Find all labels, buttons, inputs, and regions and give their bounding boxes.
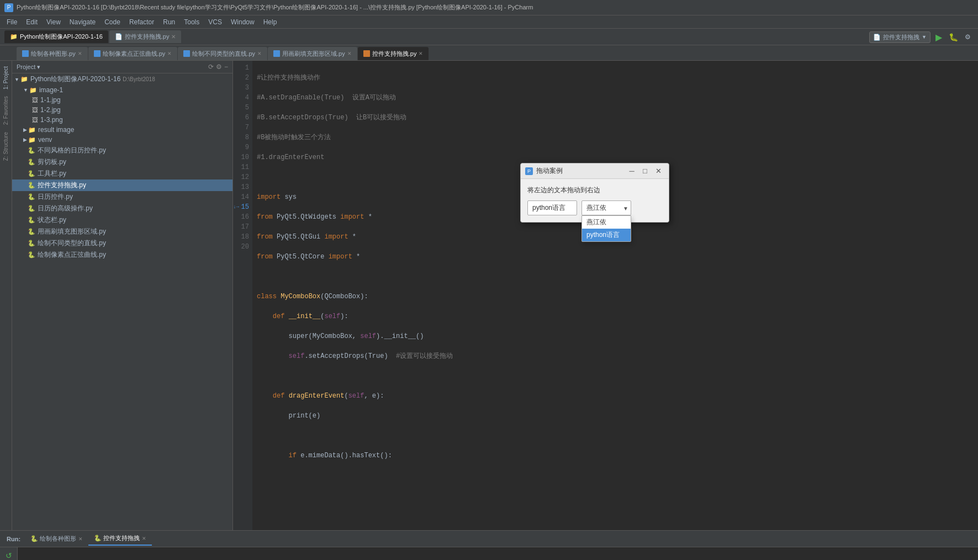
run-selector[interactable]: 📄 控件支持拖拽 ▼ [869, 31, 931, 43]
sync-icon[interactable]: ⟳ [208, 63, 214, 71]
run-toolbar: ↺ ■ ⏸ ⬇ 🖨 🗑 [0, 547, 18, 560]
menu-vcs[interactable]: VCS [204, 17, 226, 27]
close-tab-file[interactable]: ✕ [171, 34, 176, 40]
dialog-maximize[interactable]: □ [639, 166, 651, 177]
close-tab-1[interactable]: ✕ [167, 51, 172, 56]
close-tab-0[interactable]: ✕ [78, 51, 82, 56]
coverage-button[interactable]: ⚙ [961, 31, 974, 43]
code-view[interactable]: 1 2 3 4 5 6 7 8 9 10 11 12 13 14 ↓→15 16… [233, 61, 978, 530]
close-run-tab-1[interactable]: ✕ [142, 536, 146, 541]
menu-edit[interactable]: Edit [22, 17, 42, 27]
menu-bar: File Edit View Navigate Code Refactor Ru… [0, 15, 978, 29]
dropdown-list: 燕江依 python语言 [581, 215, 631, 242]
close-tab-4[interactable]: ✕ [419, 51, 423, 56]
bottom-tabs: Run: 🐍 绘制各种图形 ✕ 🐍 控件支持拖拽 ✕ [0, 531, 978, 547]
dialog-minimize[interactable]: ─ [626, 166, 638, 177]
tree-calendar-advanced[interactable]: 🐍 日历的高级操作.py [12, 203, 232, 214]
bottom-tab-drag[interactable]: 🐍 控件支持拖拽 ✕ [88, 532, 152, 546]
settings-icon[interactable]: ⚙ [216, 63, 222, 71]
menu-refactor[interactable]: Refactor [125, 17, 158, 27]
menu-view[interactable]: View [42, 17, 65, 27]
tree-toolbar[interactable]: 🐍 工具栏.py [12, 168, 232, 179]
bottom-content: ↺ ■ ⏸ ⬇ 🖨 🗑 D:\Install\ANACONDA\python.e… [0, 547, 978, 560]
tree-calendar-styles[interactable]: 🐍 不同风格的日历控件.py [12, 145, 232, 156]
title-bar: P Python绘制图像API-2020-1-16 [D:\Byrbt2018\… [0, 0, 978, 15]
drag-source[interactable]: python语言 [527, 200, 577, 215]
sidebar-favorites[interactable]: 2: Favorites [2, 93, 10, 128]
dialog-close[interactable]: ✕ [652, 166, 664, 177]
dialog-icon: P [525, 167, 533, 175]
window-title: Python绘制图像API-2020-1-16 [D:\Byrbt2018\Re… [17, 3, 533, 12]
tree-brush-fill[interactable]: 🐍 用画刷填充图形区域.py [12, 226, 232, 237]
run-controls: 📄 控件支持拖拽 ▼ ▶ 🐛 ⚙ [869, 29, 974, 45]
rerun-button[interactable]: ↺ [3, 550, 15, 560]
dropdown-item-0[interactable]: 燕江依 [582, 216, 631, 229]
run-output: D:\Install\ANACONDA\python.exe "D:/Byrbt… [18, 547, 978, 560]
menu-help[interactable]: Help [259, 17, 282, 27]
project-tab-main[interactable]: 📁 Python绘制图像API-2020-1-16 [4, 30, 108, 43]
menu-file[interactable]: File [2, 17, 22, 27]
tree-file-1-1[interactable]: 🖼 1-1.jpg [12, 95, 232, 105]
dropdown-arrow-icon: ▼ [623, 205, 628, 211]
tree-image-folder[interactable]: ▼ 📁 image-1 [12, 85, 232, 95]
code-content[interactable]: #让控件支持拖拽动作 #A.setDragEnable(True) 设置A可以拖… [252, 61, 978, 530]
dialog-titlebar[interactable]: P 拖动案例 ─ □ ✕ [521, 163, 669, 179]
dialog-controls: python语言 燕江依 ▼ 燕江依 python语言 [527, 200, 662, 215]
line-numbers: 1 2 3 4 5 6 7 8 9 10 11 12 13 14 ↓→15 16… [233, 61, 252, 530]
project-panel: Project ▾ ⟳ ⚙ − ▼ 📁 Python绘制图像API-2020-1… [12, 61, 233, 530]
drag-dialog: P 拖动案例 ─ □ ✕ 将左边的文本拖动到右边 python语言 燕江依 ▼ [520, 163, 669, 223]
editor-tabs: 绘制各种图形.py ✕ 绘制像素点正弦曲线.py ✕ 绘制不同类型的直线.py … [0, 45, 978, 61]
left-sidebar: 1: Project 2: Favorites Z: Structure [0, 61, 12, 530]
minus-icon[interactable]: − [224, 63, 228, 71]
tree-file-1-2[interactable]: 🖼 1-2.jpg [12, 105, 232, 115]
dialog-body: 将左边的文本拖动到右边 python语言 燕江依 ▼ 燕江依 python语言 [521, 179, 669, 222]
editor-area: 1 2 3 4 5 6 7 8 9 10 11 12 13 14 ↓→15 16… [233, 61, 978, 530]
drop-target-container: 燕江依 ▼ 燕江依 python语言 [581, 200, 631, 215]
sidebar-project[interactable]: 1: Project [2, 63, 10, 93]
main-layout: 1: Project 2: Favorites Z: Structure Pro… [0, 61, 978, 530]
tree-root[interactable]: ▼ 📁 Python绘制图像API-2020-1-16 D:\Byrbt2018 [12, 73, 232, 85]
dropdown-item-1[interactable]: python语言 [582, 229, 631, 241]
sidebar-structure[interactable]: Z: Structure [2, 129, 10, 164]
drop-target-select[interactable]: 燕江依 ▼ [581, 200, 631, 215]
app-icon: P [4, 3, 13, 12]
tree-file-1-3[interactable]: 🖼 1-3.png [12, 115, 232, 125]
tree-draw-sine-2[interactable]: 🐍 绘制像素点正弦曲线.py [12, 249, 232, 261]
dialog-title: 拖动案例 [536, 166, 625, 176]
menu-code[interactable]: Code [100, 17, 125, 27]
tree-clipboard[interactable]: 🐍 剪切板.py [12, 156, 232, 168]
menu-run[interactable]: Run [158, 17, 179, 27]
debug-button[interactable]: 🐛 [947, 31, 959, 43]
close-tab-2[interactable]: ✕ [257, 51, 262, 56]
tree-result-folder[interactable]: ▶ 📁 result image [12, 125, 232, 135]
tab-draw-sine[interactable]: 绘制像素点正弦曲线.py ✕ [88, 47, 178, 60]
tree-draw-lines[interactable]: 🐍 绘制不同类型的直线.py [12, 237, 232, 249]
bottom-panel: Run: 🐍 绘制各种图形 ✕ 🐍 控件支持拖拽 ✕ ↺ ■ ⏸ ⬇ 🖨 🗑 D… [0, 530, 978, 560]
project-tab-file[interactable]: 📄 控件支持拖拽.py ✕ [109, 30, 182, 43]
tab-draw-shapes[interactable]: 绘制各种图形.py ✕ [17, 47, 88, 60]
run-button[interactable]: ▶ [933, 31, 945, 43]
run-label: Run: [2, 536, 25, 542]
tab-draw-lines[interactable]: 绘制不同类型的直线.py ✕ [178, 47, 267, 60]
project-toolbar: 📁 Python绘制图像API-2020-1-16 📄 控件支持拖拽.py ✕ … [0, 29, 978, 45]
tab-drag-support[interactable]: 控件支持拖拽.py ✕ [358, 47, 429, 60]
dialog-instruction: 将左边的文本拖动到右边 [527, 186, 662, 195]
menu-navigate[interactable]: Navigate [65, 17, 100, 27]
tree-calendar[interactable]: 🐍 日历控件.py [12, 191, 232, 203]
close-run-tab-0[interactable]: ✕ [78, 536, 83, 542]
tab-draw-brush[interactable]: 用画刷填充图形区域.py ✕ [268, 47, 357, 60]
menu-window[interactable]: Window [226, 17, 259, 27]
menu-tools[interactable]: Tools [179, 17, 204, 27]
tree-drag-support[interactable]: 🐍 控件支持拖拽.py [12, 179, 232, 191]
tree-venv-folder[interactable]: ▶ 📁 venv [12, 135, 232, 145]
tree-statusbar[interactable]: 🐍 状态栏.py [12, 214, 232, 226]
close-tab-3[interactable]: ✕ [347, 51, 352, 56]
project-panel-title: Project ▾ [17, 64, 40, 71]
bottom-tab-draw[interactable]: 🐍 绘制各种图形 ✕ [25, 532, 88, 545]
